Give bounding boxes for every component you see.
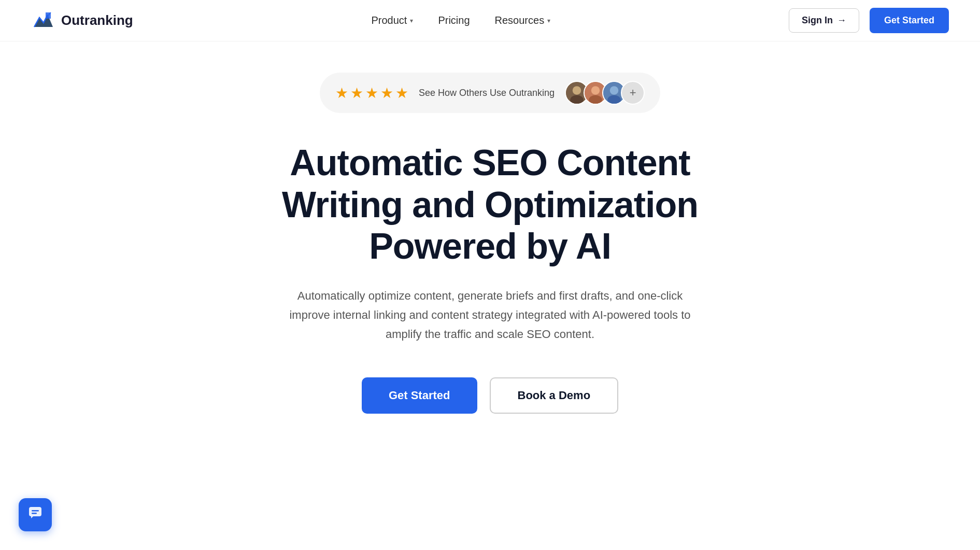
- avatars-container: +: [565, 81, 645, 105]
- sign-in-button[interactable]: Sign In →: [789, 8, 859, 33]
- nav-links: Product ▾ Pricing Resources ▾: [371, 15, 550, 26]
- svg-rect-12: [32, 513, 37, 514]
- main-content: ★ ★ ★ ★ ★ See How Others Use Outranking: [0, 41, 980, 455]
- nav-product[interactable]: Product ▾: [371, 15, 413, 26]
- get-started-nav-button[interactable]: Get Started: [870, 8, 949, 33]
- hero-subtitle: Automatically optimize content, generate…: [288, 286, 692, 344]
- star-4: ★: [380, 84, 393, 102]
- hero-title: Automatic SEO Content Writing and Optimi…: [257, 142, 723, 267]
- star-1: ★: [335, 84, 348, 102]
- svg-point-9: [607, 95, 621, 105]
- svg-rect-11: [32, 510, 39, 512]
- logo[interactable]: Outranking: [31, 8, 133, 33]
- star-2: ★: [350, 84, 363, 102]
- svg-point-5: [591, 86, 600, 94]
- cta-buttons: Get Started Book a Demo: [362, 377, 618, 414]
- book-demo-button[interactable]: Book a Demo: [490, 377, 619, 414]
- nav-actions: Sign In → Get Started: [789, 8, 949, 33]
- resources-chevron-icon: ▾: [547, 17, 550, 24]
- chat-icon: [28, 506, 42, 524]
- svg-point-2: [573, 86, 581, 94]
- stars-container: ★ ★ ★ ★ ★: [335, 84, 408, 102]
- social-proof-text: See How Others Use Outranking: [419, 88, 555, 98]
- navbar: Outranking Product ▾ Pricing Resources ▾…: [0, 0, 980, 41]
- product-chevron-icon: ▾: [410, 17, 413, 24]
- star-5: ★: [395, 84, 408, 102]
- svg-point-6: [589, 95, 602, 105]
- avatar-plus: +: [621, 81, 645, 105]
- logo-icon: [31, 8, 56, 33]
- chat-widget[interactable]: [19, 498, 52, 531]
- nav-resources[interactable]: Resources ▾: [495, 15, 551, 26]
- svg-point-8: [610, 86, 618, 94]
- arrow-icon: →: [837, 15, 846, 26]
- get-started-button[interactable]: Get Started: [362, 377, 477, 414]
- svg-point-3: [570, 95, 584, 105]
- svg-rect-10: [29, 507, 41, 516]
- star-3: ★: [365, 84, 378, 102]
- social-proof-badge[interactable]: ★ ★ ★ ★ ★ See How Others Use Outranking: [320, 73, 660, 113]
- nav-pricing[interactable]: Pricing: [438, 15, 470, 26]
- brand-name: Outranking: [61, 12, 133, 29]
